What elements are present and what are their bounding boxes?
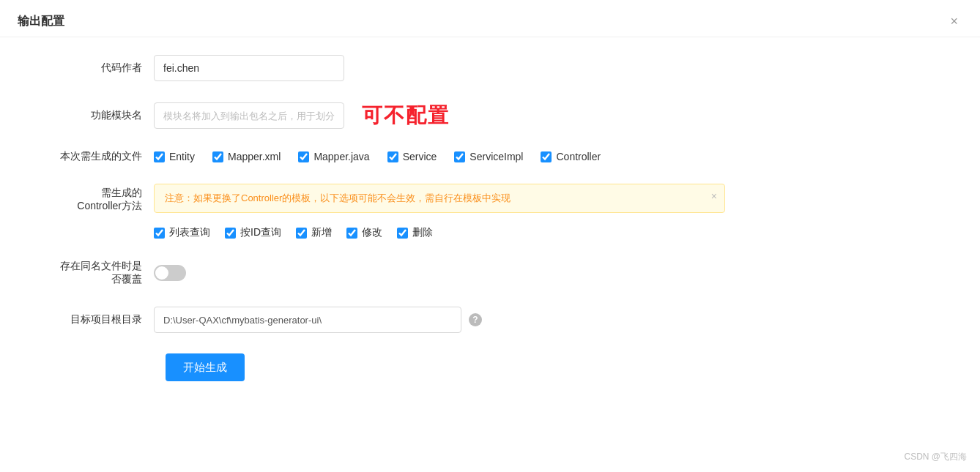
path-label: 目标项目根目录: [59, 313, 154, 326]
output-config-dialog: 输出配置 × 代码作者 功能模块名 可不配置 本次需生成的文件 Entity: [0, 0, 980, 472]
checkbox-update-input[interactable]: [346, 228, 357, 239]
controller-header: 需生成的Controller方法 注意：如果更换了Controller的模板，以…: [59, 184, 921, 239]
module-input[interactable]: [154, 102, 344, 129]
checkbox-delete[interactable]: 删除: [397, 226, 433, 239]
notice-close-button[interactable]: ×: [711, 190, 717, 202]
notice-box: 注意：如果更换了Controller的模板，以下选项可能不会生效，需自行在模板中…: [154, 184, 725, 213]
files-label: 本次需生成的文件: [59, 150, 154, 163]
checkbox-update[interactable]: 修改: [346, 226, 382, 239]
checkbox-mapper-java-input[interactable]: [298, 151, 309, 162]
author-input[interactable]: [154, 55, 344, 81]
optional-hint: 可不配置: [362, 102, 450, 130]
checkbox-mapper-xml[interactable]: Mapper.xml: [212, 151, 281, 162]
controller-methods-group: 列表查询 按ID查询 新增 修改: [154, 223, 921, 239]
close-button[interactable]: ×: [946, 13, 962, 29]
checkbox-by-id-query[interactable]: 按ID查询: [225, 226, 281, 239]
author-label: 代码作者: [59, 61, 154, 75]
overwrite-toggle[interactable]: [154, 265, 186, 281]
toggle-slider: [154, 265, 186, 281]
module-row: 功能模块名 可不配置: [59, 102, 921, 130]
submit-button[interactable]: 开始生成: [166, 353, 245, 381]
checkbox-mapper-xml-input[interactable]: [212, 151, 223, 162]
controller-label: 需生成的Controller方法: [59, 184, 154, 213]
dialog-body: 代码作者 功能模块名 可不配置 本次需生成的文件 Entity Mapper.x…: [0, 37, 980, 399]
notice-text: 注意：如果更换了Controller的模板，以下选项可能不会生效，需自行在模板中…: [165, 192, 511, 203]
checkbox-service-impl-input[interactable]: [454, 151, 465, 162]
overwrite-row: 存在同名文件时是否覆盖: [59, 260, 921, 286]
checkbox-by-id-query-input[interactable]: [225, 228, 236, 239]
submit-row: 开始生成: [59, 353, 921, 381]
checkbox-controller[interactable]: Controller: [541, 151, 601, 162]
path-row: 目标项目根目录 ?: [59, 307, 921, 333]
checkbox-entity[interactable]: Entity: [154, 151, 195, 162]
overwrite-label: 存在同名文件时是否覆盖: [59, 260, 154, 286]
controller-section: 需生成的Controller方法 注意：如果更换了Controller的模板，以…: [59, 184, 921, 239]
checkbox-entity-input[interactable]: [154, 151, 165, 162]
watermark: CSDN @飞四海: [904, 451, 967, 463]
dialog-title: 输出配置: [18, 14, 64, 29]
checkbox-service-input[interactable]: [387, 151, 398, 162]
checkbox-controller-input[interactable]: [541, 151, 552, 162]
checkbox-list-query[interactable]: 列表查询: [154, 226, 210, 239]
checkbox-delete-input[interactable]: [397, 228, 408, 239]
checkbox-list-query-input[interactable]: [154, 228, 165, 239]
controller-content: 注意：如果更换了Controller的模板，以下选项可能不会生效，需自行在模板中…: [154, 184, 921, 239]
files-checkbox-group: Entity Mapper.xml Mapper.java Service Se…: [154, 151, 601, 162]
author-row: 代码作者: [59, 55, 921, 81]
checkbox-mapper-java[interactable]: Mapper.java: [298, 151, 369, 162]
checkbox-service[interactable]: Service: [387, 151, 437, 162]
module-input-wrap: [154, 102, 344, 129]
checkbox-add[interactable]: 新增: [296, 226, 332, 239]
module-label: 功能模块名: [59, 109, 154, 122]
help-icon[interactable]: ?: [469, 313, 482, 326]
dialog-header: 输出配置 ×: [0, 0, 980, 37]
checkbox-add-input[interactable]: [296, 228, 307, 239]
files-row: 本次需生成的文件 Entity Mapper.xml Mapper.java S…: [59, 150, 921, 163]
checkbox-service-impl[interactable]: ServiceImpl: [454, 151, 523, 162]
path-input[interactable]: [154, 307, 461, 333]
